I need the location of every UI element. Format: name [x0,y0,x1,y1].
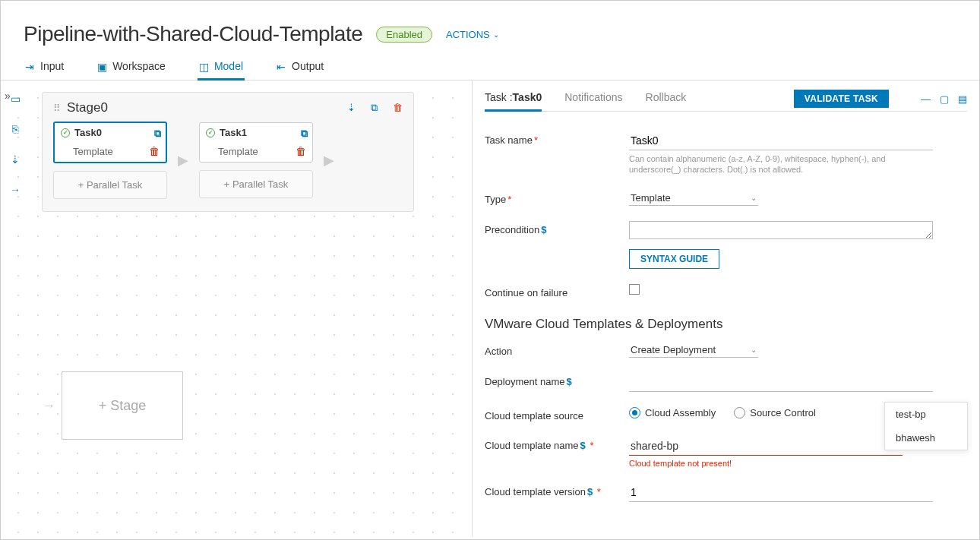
action-select[interactable]: Create Deployment⌄ [629,343,758,358]
add-stage-button[interactable]: + Stage [62,371,183,440]
cloud-template-version-label: Cloud template version$ * [485,483,621,497]
cloud-template-source-label: Cloud template source [485,407,621,422]
maximize-icon[interactable]: ▢ [940,93,949,105]
precondition-input[interactable] [629,221,933,239]
type-select[interactable]: Template⌄ [629,191,758,206]
dock-icon[interactable]: ▤ [958,93,967,105]
template-name-dropdown: test-bp bhawesh [884,402,968,450]
model-icon: ◫ [199,61,210,71]
delete-task-icon[interactable]: 🗑 [296,145,306,157]
delete-stage-icon[interactable]: 🗑 [393,102,403,114]
cloud-template-name-input[interactable] [629,437,903,456]
flow-arrow-icon: → [42,398,55,414]
flow-arrow-icon: ▶ [178,152,188,169]
actions-menu-link[interactable]: ACTIONS ⌄ [446,29,499,40]
toolbar-import-icon[interactable]: ⇣ [11,153,20,166]
dropdown-item-bhawesh[interactable]: bhawesh [885,426,967,450]
page-header: Pipeline-with-Shared-Cloud-Template Enab… [1,1,979,54]
cloud-template-name-label: Cloud template name$ * [485,437,621,451]
workspace-icon: ▣ [97,61,108,71]
variable-picker-icon[interactable]: $ [541,224,546,235]
page-title: Pipeline-with-Shared-Cloud-Template [24,22,362,46]
stage-card[interactable]: ⠿ Stage0 ⇣ ⧉ 🗑 ✓ Task0 ⧉ [42,92,414,212]
tab-input[interactable]: ⇥ Input [24,54,65,80]
task-type-label: Template [73,146,113,157]
dropdown-item-test-bp[interactable]: test-bp [885,403,967,426]
continue-on-failure-checkbox[interactable] [629,284,640,295]
tab-output[interactable]: ⇤ Output [275,54,325,80]
status-ok-icon: ✓ [206,128,215,137]
task-name-label: Task name* [485,131,621,146]
duplicate-task-icon[interactable]: ⧉ [154,128,161,140]
model-canvas[interactable]: ▭ ⎘ ⇣ → ⠿ Stage0 ⇣ ⧉ 🗑 ✓ [1,81,472,537]
type-label: Type* [485,191,621,205]
status-ok-icon: ✓ [61,128,70,137]
task-card-task0[interactable]: ✓ Task0 ⧉ Template 🗑 [53,122,167,163]
task-name: Task1 [220,127,247,138]
toolbar-arrow-icon[interactable]: → [10,184,21,196]
duplicate-stage-icon[interactable]: ⧉ [371,102,378,114]
radio-source-control[interactable]: Source Control [734,407,816,418]
task-card-task1[interactable]: ✓ Task1 ⧉ Template 🗑 [199,122,313,163]
deployment-name-input[interactable] [629,373,933,392]
add-parallel-task-button[interactable]: + Parallel Task [199,170,313,198]
tab-model[interactable]: ◫ Model [198,54,245,80]
syntax-guide-button[interactable]: SYNTAX GUIDE [629,249,719,269]
panel-tab-task[interactable]: Task :Task0 [485,87,542,111]
validate-task-button[interactable]: VALIDATE TASK [794,90,889,108]
continue-on-failure-label: Continue on failure [485,284,621,298]
main-tabs: ⇥ Input ▣ Workspace ◫ Model ⇤ Output [1,54,979,81]
precondition-label: Precondition$ [485,221,621,235]
action-label: Action [485,343,621,357]
variable-picker-icon[interactable]: $ [587,486,593,497]
panel-tab-rollback[interactable]: Rollback [646,87,687,111]
chevron-down-icon: ⌄ [493,30,499,39]
flow-arrow-icon: ▶ [324,152,334,169]
task-name-input[interactable] [629,131,933,150]
chevron-down-icon: ⌄ [751,346,757,354]
radio-icon [734,407,745,418]
task-properties-panel: Task :Task0 Notifications Rollback VALID… [472,81,979,537]
deployments-section-title: VMware Cloud Templates & Deployments [485,306,967,335]
radio-icon [629,407,640,418]
stage-header: ⠿ Stage0 ⇣ ⧉ 🗑 [53,100,403,122]
variable-picker-icon[interactable]: $ [580,440,586,451]
duplicate-task-icon[interactable]: ⧉ [301,128,308,140]
output-icon: ⇤ [277,61,287,71]
add-parallel-task-button[interactable]: + Parallel Task [53,171,167,199]
variable-picker-icon[interactable]: $ [567,376,572,387]
stage-name[interactable]: Stage0 [67,100,340,115]
panel-tab-notifications[interactable]: Notifications [564,87,622,111]
input-icon: ⇥ [25,61,36,71]
chevron-down-icon: ⌄ [751,194,757,202]
radio-cloud-assembly[interactable]: Cloud Assembly [629,407,716,418]
toolbar-layout-icon[interactable]: ▭ [11,93,21,105]
toolbar-variable-icon[interactable]: ⎘ [12,123,18,135]
task-name: Task0 [74,127,102,138]
cloud-template-version-input[interactable] [629,483,933,502]
cloud-template-name-error: Cloud template not present! [629,459,967,468]
tab-workspace[interactable]: ▣ Workspace [96,54,167,80]
task-name-hint: Can contain alphanumeric (a-z, A-Z, 0-9)… [629,153,933,175]
drag-handle-icon[interactable]: ⠿ [53,103,59,114]
deployment-name-label: Deployment name$ [485,373,621,387]
delete-task-icon[interactable]: 🗑 [149,145,160,157]
task-type-label: Template [218,146,258,157]
status-badge: Enabled [376,27,432,43]
minimize-icon[interactable]: — [921,93,931,105]
import-stage-icon[interactable]: ⇣ [347,102,356,114]
